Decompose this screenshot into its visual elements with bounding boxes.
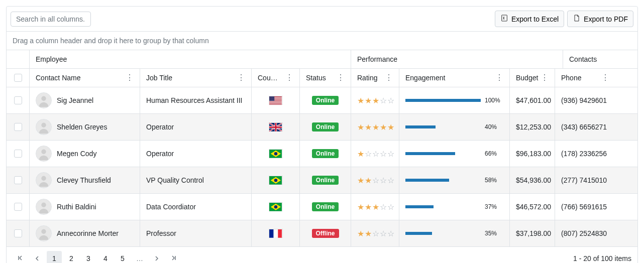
- phone-value: (178) 2336256: [561, 150, 607, 158]
- table-row[interactable]: Shelden GreyesOperatorOnline★★★★★40%$12,…: [7, 114, 637, 141]
- pager-page-button[interactable]: 2: [64, 251, 79, 263]
- pager-page-button[interactable]: 3: [81, 251, 96, 263]
- pager-first-button[interactable]: [13, 251, 28, 263]
- table-row[interactable]: Sig JeannelHuman Resources Assistant III…: [7, 87, 637, 114]
- rating-stars: ★☆☆☆☆: [357, 149, 394, 159]
- status-badge: Offline: [312, 229, 339, 238]
- cell-country: [252, 114, 300, 140]
- column-menu-icon[interactable]: ⋮: [285, 74, 293, 82]
- pager-last-button[interactable]: [166, 251, 181, 263]
- budget-value: $47,601.00: [516, 96, 551, 104]
- star-icon: ★: [372, 96, 379, 105]
- cell-budget: $54,936.00: [510, 167, 555, 193]
- contact-name: Clevey Thursfield: [57, 176, 111, 184]
- export-pdf-label: Export to PDF: [584, 15, 628, 23]
- toolbar: Export to Excel Export to PDF: [7, 7, 637, 32]
- flag-icon: [269, 96, 283, 105]
- header-select-all[interactable]: [7, 69, 30, 87]
- status-badge: Online: [312, 149, 339, 158]
- header-col-phone[interactable]: Phone ⋮: [555, 69, 615, 87]
- progress-bar: [405, 205, 434, 208]
- cell-rating: ★☆☆☆☆: [351, 141, 399, 167]
- prev-page-icon: [35, 254, 40, 262]
- cell-country: [252, 194, 300, 220]
- column-menu-icon[interactable]: ⋮: [337, 74, 345, 82]
- header-group-employee[interactable]: Employee: [30, 50, 351, 68]
- search-input[interactable]: [11, 12, 91, 27]
- pager-page-button[interactable]: 4: [98, 251, 113, 263]
- row-checkbox[interactable]: [14, 123, 22, 131]
- row-checkbox[interactable]: [14, 176, 22, 184]
- svg-point-27: [41, 229, 46, 234]
- star-icon: ☆: [387, 202, 394, 212]
- cell-budget: $37,198.00: [510, 220, 555, 246]
- column-menu-icon[interactable]: ⋮: [541, 74, 549, 82]
- cell-status: Offline: [300, 220, 351, 246]
- pager-more-button[interactable]: …: [132, 251, 147, 263]
- progress-bar: [405, 99, 481, 102]
- cell-name: Ruthi Baldini: [30, 194, 140, 220]
- avatar: [36, 225, 52, 241]
- status-badge: Online: [312, 96, 339, 105]
- phone-value: (766) 5691615: [561, 203, 607, 211]
- avatar: [36, 172, 52, 188]
- header-group-performance[interactable]: Performance: [351, 50, 563, 68]
- table-row[interactable]: Annecorinne MorterProfessorOffline★★☆☆☆3…: [7, 220, 637, 247]
- select-all-checkbox[interactable]: [14, 74, 22, 82]
- header-col-rating[interactable]: Rating ⋮: [351, 69, 399, 87]
- pager-page-button[interactable]: 1: [47, 251, 62, 263]
- header-group-contacts[interactable]: Contacts: [563, 50, 621, 68]
- header-col-budget[interactable]: Budget ⋮: [510, 69, 555, 87]
- cell-status: Online: [300, 87, 351, 113]
- header-col-name[interactable]: Contact Name ⋮: [30, 69, 140, 87]
- cell-rating: ★★★☆☆: [351, 194, 399, 220]
- table-row[interactable]: Clevey ThursfieldVP Quality ControlOnlin…: [7, 167, 637, 194]
- budget-value: $96,183.00: [516, 150, 551, 158]
- pager-page-button[interactable]: 5: [115, 251, 130, 263]
- svg-point-25: [274, 205, 277, 208]
- phone-value: (936) 9429601: [561, 96, 607, 104]
- rating-stars: ★★☆☆☆: [357, 229, 394, 238]
- column-menu-icon[interactable]: ⋮: [237, 74, 245, 82]
- cell-rating: ★★☆☆☆: [351, 220, 399, 246]
- progress-track: [405, 179, 481, 182]
- phone-value: (343) 6656271: [561, 123, 607, 131]
- row-checkbox[interactable]: [14, 203, 22, 211]
- column-menu-icon[interactable]: ⋮: [495, 74, 503, 82]
- row-checkbox-cell: [7, 167, 30, 193]
- star-icon: ★: [357, 229, 364, 238]
- header-col-job[interactable]: Job Title ⋮: [140, 69, 252, 87]
- table-row[interactable]: Ruthi BaldiniData CoordiatorOnline★★★☆☆3…: [7, 194, 637, 220]
- row-checkbox[interactable]: [14, 96, 22, 104]
- table-row[interactable]: Megen CodyOperatorOnline★☆☆☆☆66%$96,183.…: [7, 141, 637, 167]
- column-menu-icon[interactable]: ⋮: [601, 74, 609, 82]
- flag-icon: [269, 122, 283, 132]
- column-menu-icon[interactable]: ⋮: [385, 74, 393, 82]
- header-col-engagement[interactable]: Engagement ⋮: [399, 69, 510, 87]
- status-badge: Online: [312, 176, 339, 185]
- job-title: Professor: [146, 229, 176, 237]
- column-menu-icon[interactable]: ⋮: [126, 74, 134, 82]
- star-icon: ★: [372, 202, 379, 212]
- cell-job: Human Resources Assistant III: [140, 87, 252, 113]
- cell-engagement: 35%: [399, 220, 510, 246]
- phone-value: (277) 7415010: [561, 176, 607, 184]
- pager-prev-button[interactable]: [30, 251, 45, 263]
- row-checkbox[interactable]: [14, 150, 22, 158]
- svg-rect-7: [269, 101, 282, 101]
- pager-next-button[interactable]: [149, 251, 164, 263]
- progress-bar: [405, 179, 449, 182]
- cell-country: [252, 87, 300, 113]
- contact-name: Ruthi Baldini: [57, 203, 96, 211]
- group-panel[interactable]: Drag a column header and drop it here to…: [7, 32, 637, 50]
- header-col-country[interactable]: Cou… ⋮: [252, 69, 300, 87]
- rating-stars: ★★★☆☆: [357, 202, 394, 212]
- export-pdf-button[interactable]: Export to PDF: [567, 11, 633, 27]
- export-excel-button[interactable]: Export to Excel: [495, 11, 564, 27]
- cell-budget: $47,601.00: [510, 87, 555, 113]
- cell-budget: $12,253.00: [510, 114, 555, 140]
- status-badge: Online: [312, 202, 339, 211]
- contact-name: Annecorinne Morter: [57, 229, 119, 237]
- row-checkbox[interactable]: [14, 229, 22, 237]
- header-col-status[interactable]: Status ⋮: [300, 69, 351, 87]
